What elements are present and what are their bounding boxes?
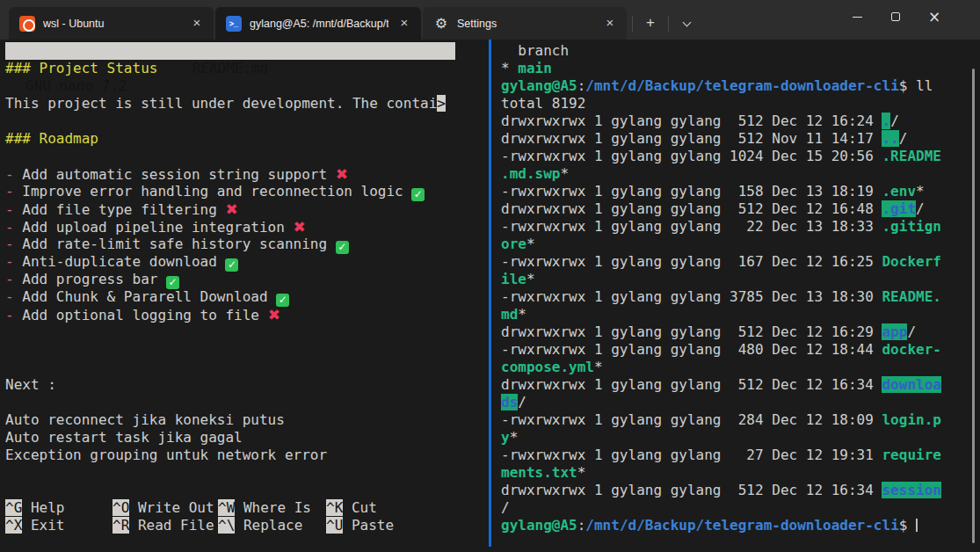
text-segment: total 8192 bbox=[501, 95, 585, 112]
terminal-output: branch* maingylang@A5:/mnt/d/Backup/tele… bbox=[501, 42, 941, 534]
tab-wsl-ubuntu[interactable]: wsl - Ubuntu × bbox=[9, 7, 214, 40]
terminal-line: ### Project Status bbox=[5, 60, 446, 77]
shortcut-key: ^K bbox=[326, 499, 343, 516]
terminal-line: md* bbox=[501, 306, 941, 323]
text-segment: Add automatic session string support bbox=[22, 166, 335, 183]
text-segment: .md.swp bbox=[501, 165, 560, 182]
text-segment: Anti-duplicate download bbox=[22, 253, 225, 270]
tab-gylang-a5[interactable]: >_ gylang@A5: /mnt/d/Backup/t × bbox=[215, 7, 421, 40]
text-segment: Exception grouping untuk network error bbox=[5, 447, 327, 463]
text-segment: Add progress bar bbox=[22, 271, 166, 287]
text-segment: drwxrwxrwx 1 gylang gylang 512 Dec 12 16… bbox=[501, 200, 882, 217]
terminal-line: total 8192 bbox=[501, 95, 941, 113]
text-segment: Add upload pipeline integration bbox=[22, 219, 293, 236]
text-segment: ### Project Status bbox=[5, 60, 157, 76]
text-segment: y bbox=[501, 429, 510, 446]
terminal-line: Next : bbox=[5, 376, 446, 394]
terminal-window: wsl - Ubuntu × >_ gylang@A5: /mnt/d/Back… bbox=[0, 0, 980, 552]
terminal-line: - Add optional logging to file ✖ bbox=[5, 306, 446, 323]
text-segment: drwxrwxrwx 1 gylang gylang 512 Dec 12 16… bbox=[501, 482, 882, 498]
terminal-line: This project is still under development.… bbox=[5, 95, 446, 113]
text-segment: drwxrwxrwx 1 gylang gylang 512 Dec 12 16… bbox=[501, 323, 882, 340]
text-segment: * bbox=[916, 183, 925, 200]
minimize-button[interactable] bbox=[838, 0, 876, 33]
tab-dropdown-button[interactable] bbox=[674, 11, 701, 35]
scrollbar-thumb[interactable] bbox=[972, 69, 975, 543]
shortcut-label: Read File bbox=[129, 517, 214, 534]
text-segment: - bbox=[5, 271, 22, 287]
text-segment: /mnt/d/Backup/telegram-downloader-cli bbox=[585, 517, 898, 534]
bash-terminal-pane[interactable]: branch* maingylang@A5:/mnt/d/Backup/tele… bbox=[491, 40, 980, 552]
text-segment: - bbox=[5, 166, 22, 183]
directory-name: ds bbox=[501, 394, 518, 410]
terminal-line: drwxrwxrwx 1 gylang gylang 512 Dec 12 16… bbox=[501, 200, 941, 218]
nano-shortcut: ^R Read File bbox=[113, 517, 218, 534]
check-mark-emoji: ✓ bbox=[225, 258, 238, 272]
terminal-line: / bbox=[501, 499, 941, 517]
text-segment: ore bbox=[501, 236, 526, 252]
nano-shortcut-row: ^G Help^O Write Out^W Where Is^K Cut bbox=[5, 499, 377, 517]
new-tab-button[interactable]: + bbox=[638, 11, 663, 35]
text-segment: - bbox=[5, 201, 22, 218]
text-segment: * bbox=[577, 464, 586, 481]
shortcut-key: ^G bbox=[5, 499, 22, 516]
directory-name: .. bbox=[882, 130, 898, 147]
tab-close-icon[interactable]: × bbox=[396, 16, 412, 32]
text-segment: /mnt/d/Backup/telegram-downloader-cli bbox=[585, 77, 898, 94]
terminal-line bbox=[5, 394, 446, 411]
text-segment: * bbox=[560, 165, 569, 182]
text-segment: gylang@A5 bbox=[501, 517, 577, 534]
close-button[interactable]: × bbox=[915, 0, 954, 33]
directory-name: app bbox=[882, 323, 907, 340]
terminal-line: gylang@A5:/mnt/d/Backup/telegram-downloa… bbox=[501, 77, 941, 95]
terminal-line: drwxrwxrwx 1 gylang gylang 512 Dec 12 16… bbox=[501, 113, 941, 130]
terminal-line: ore* bbox=[501, 236, 941, 253]
text-segment: Auto restart task jika gagal bbox=[5, 429, 243, 446]
tab-close-icon[interactable]: × bbox=[602, 16, 618, 32]
terminal-line: -rwxrwxrwx 1 gylang gylang 158 Dec 13 18… bbox=[501, 183, 941, 200]
nano-buffer: ### Project StatusThis project is still … bbox=[5, 60, 446, 464]
shortcut-label: Cut bbox=[343, 499, 377, 516]
terminal-line: drwxrwxrwx 1 gylang gylang 512 Dec 12 16… bbox=[501, 323, 941, 341]
gear-icon: ⚙ bbox=[433, 16, 449, 32]
terminal-line: compose.yml* bbox=[501, 359, 941, 376]
maximize-button[interactable] bbox=[876, 0, 915, 33]
nano-shortcut: ^W Where Is bbox=[218, 499, 326, 517]
check-mark-emoji: ✓ bbox=[336, 241, 349, 254]
terminal-line: ments.txt* bbox=[501, 464, 941, 482]
shortcut-key: ^R bbox=[113, 517, 129, 534]
terminal-line: drwxrwxrwx 1 gylang gylang 512 Nov 11 14… bbox=[501, 130, 941, 148]
nano-shortcut: ^O Write Out bbox=[113, 499, 218, 517]
nano-editor-pane[interactable]: README.md GNU nano 7.2 ### Project Statu… bbox=[0, 40, 485, 552]
tab-close-icon[interactable]: × bbox=[189, 16, 205, 32]
text-segment: gylang@A5 bbox=[501, 77, 577, 94]
text-segment: This project is still under development.… bbox=[5, 95, 437, 112]
terminal-line: drwxrwxrwx 1 gylang gylang 512 Dec 12 16… bbox=[501, 376, 941, 394]
text-segment: * bbox=[526, 271, 535, 287]
text-segment: : bbox=[577, 77, 586, 94]
check-mark-emoji: ✓ bbox=[411, 188, 425, 201]
terminal-line: y* bbox=[501, 429, 941, 447]
tab-title: wsl - Ubuntu bbox=[43, 18, 181, 30]
directory-name: . bbox=[882, 113, 890, 129]
terminal-line bbox=[5, 341, 446, 359]
tab-settings[interactable]: ⚙ Settings × bbox=[423, 7, 627, 40]
text-segment: require bbox=[882, 447, 940, 463]
cross-mark-emoji: ✖ bbox=[268, 306, 280, 323]
terminal-line bbox=[5, 77, 446, 95]
tab-bar: wsl - Ubuntu × >_ gylang@A5: /mnt/d/Back… bbox=[0, 0, 980, 40]
check-mark-emoji: ✓ bbox=[276, 294, 289, 307]
terminal-line: - Anti-duplicate download ✓ bbox=[5, 253, 446, 271]
text-segment: / bbox=[916, 200, 925, 217]
nano-titlebar: README.md GNU nano 7.2 bbox=[5, 42, 455, 60]
text-segment: -rwxrwxrwx 1 gylang gylang 167 Dec 12 16… bbox=[501, 253, 882, 270]
terminal-line: -rwxrwxrwx 1 gylang gylang 284 Dec 12 18… bbox=[501, 411, 941, 429]
text-segment: ### Roadmap bbox=[5, 130, 98, 147]
text-segment: -rwxrwxrwx 1 gylang gylang 480 Dec 12 18… bbox=[501, 341, 882, 358]
shortcut-key: ^\ bbox=[218, 517, 235, 534]
text-segment: / bbox=[899, 130, 908, 147]
text-segment: / bbox=[518, 394, 526, 410]
text-segment: Improve error handling and reconnection … bbox=[22, 183, 411, 200]
terminal-line: - Add upload pipeline integration ✖ bbox=[5, 218, 446, 236]
text-segment: -rwxrwxrwx 1 gylang gylang 1024 Dec 15 2… bbox=[501, 148, 882, 164]
